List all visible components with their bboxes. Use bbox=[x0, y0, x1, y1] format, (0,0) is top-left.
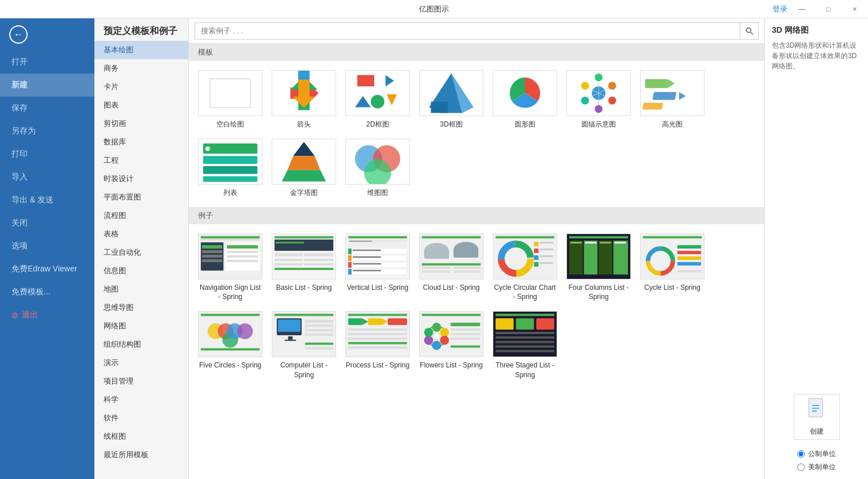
print-label: 打印 bbox=[12, 149, 28, 159]
svg-rect-157 bbox=[348, 328, 407, 331]
category-map[interactable]: 地图 bbox=[94, 280, 188, 298]
metric-unit-radio[interactable] bbox=[797, 450, 805, 458]
example-four-columns[interactable]: Four Columns List - Spring bbox=[566, 233, 631, 302]
svg-rect-128 bbox=[677, 262, 701, 265]
svg-rect-47 bbox=[201, 236, 260, 238]
svg-rect-7 bbox=[357, 75, 374, 87]
example-basic-list[interactable]: Basic List - Spring bbox=[272, 233, 336, 302]
example-flowers-list[interactable]: Flowers List - Spring bbox=[419, 311, 484, 380]
category-org[interactable]: 组织结构图 bbox=[94, 335, 188, 354]
template-pyramid[interactable]: 金字塔图 bbox=[272, 139, 336, 198]
category-floorplan[interactable]: 平面布置图 bbox=[94, 188, 188, 206]
category-clipart[interactable]: 剪切画 bbox=[94, 114, 188, 133]
minimize-button[interactable]: — bbox=[789, 0, 815, 18]
category-flowchart[interactable]: 流程图 bbox=[94, 206, 188, 225]
sidebar-item-options[interactable]: 选项 bbox=[0, 235, 94, 258]
sidebar-item-exit[interactable]: ⊘ 退出 bbox=[0, 304, 94, 327]
example-five-circles[interactable]: Five Circles - Spring bbox=[198, 311, 262, 380]
close-button[interactable]: × bbox=[842, 0, 868, 18]
example-process-list-label: Process List - Spring bbox=[346, 361, 410, 370]
template-pyramid-label: 金字塔图 bbox=[290, 188, 318, 198]
category-basic[interactable]: 基本绘图 bbox=[94, 41, 188, 59]
template-list[interactable]: 列表 bbox=[198, 139, 262, 198]
sidebar-item-free-templates[interactable]: 免费模板... bbox=[0, 281, 94, 304]
sidebar-item-open[interactable]: 打开 bbox=[0, 51, 94, 74]
svg-rect-73 bbox=[349, 240, 372, 242]
example-vertical-list[interactable]: Vertical List - Spring bbox=[345, 233, 410, 302]
imperial-unit-radio[interactable] bbox=[797, 463, 805, 471]
examples-section-header: 例子 bbox=[189, 207, 764, 224]
example-cycle-list-label: Cycle List - Spring bbox=[644, 283, 700, 293]
category-infographic[interactable]: 信息图 bbox=[94, 262, 188, 280]
category-database[interactable]: 数据库 bbox=[94, 133, 188, 151]
category-presentation[interactable]: 演示 bbox=[94, 354, 188, 372]
sidebar-item-new[interactable]: 新建 bbox=[0, 74, 94, 97]
category-engineering[interactable]: 工程 bbox=[94, 151, 188, 170]
svg-rect-175 bbox=[451, 338, 480, 340]
create-icon bbox=[806, 397, 827, 424]
svg-rect-80 bbox=[348, 262, 407, 267]
search-button[interactable] bbox=[740, 22, 759, 40]
svg-rect-172 bbox=[451, 323, 480, 327]
category-recent[interactable]: 最近所用模板 bbox=[94, 446, 188, 464]
search-icon bbox=[745, 27, 753, 35]
template-circle[interactable]: 圆形图 bbox=[493, 70, 557, 129]
category-chart[interactable]: 图表 bbox=[94, 96, 188, 114]
templates-scroll[interactable]: 模板 空白绘图 bbox=[189, 44, 764, 479]
category-software[interactable]: 软件 bbox=[94, 409, 188, 427]
template-blank[interactable]: 空白绘图 bbox=[198, 70, 262, 129]
template-venn[interactable]: 维图图 bbox=[345, 139, 410, 198]
maximize-button[interactable]: □ bbox=[815, 0, 842, 18]
category-science[interactable]: 科学 bbox=[94, 390, 188, 409]
template-radial[interactable]: 圆辐示意图 bbox=[566, 70, 631, 129]
svg-rect-81 bbox=[348, 262, 352, 267]
svg-marker-39 bbox=[293, 141, 314, 156]
options-label: 选项 bbox=[12, 241, 28, 251]
example-cloud-list-thumb bbox=[419, 233, 484, 279]
category-business[interactable]: 商务 bbox=[94, 59, 188, 78]
template-arrow-thumb bbox=[272, 70, 336, 116]
svg-rect-31 bbox=[652, 92, 676, 100]
svg-rect-184 bbox=[496, 341, 554, 343]
sidebar-item-saveas[interactable]: 另存为 bbox=[0, 120, 94, 143]
back-button[interactable]: ← bbox=[0, 18, 94, 51]
login-button[interactable]: 登录 bbox=[772, 0, 787, 18]
sidebar-item-close[interactable]: 关闭 bbox=[0, 212, 94, 235]
template-highlight[interactable]: 高光图 bbox=[640, 70, 705, 129]
metric-unit-option[interactable]: 公制单位 bbox=[797, 449, 836, 459]
example-computer-list[interactable]: Computer List - Spring bbox=[272, 311, 336, 380]
category-pm[interactable]: 项目管理 bbox=[94, 372, 188, 390]
category-wireframe[interactable]: 线框图 bbox=[94, 427, 188, 446]
example-three-staged[interactable]: Three Staged List - Spring bbox=[493, 311, 557, 380]
search-input[interactable] bbox=[195, 22, 740, 40]
sidebar-item-print[interactable]: 打印 bbox=[0, 143, 94, 166]
imperial-unit-option[interactable]: 美制单位 bbox=[797, 462, 836, 472]
create-button[interactable]: 创建 bbox=[794, 394, 840, 440]
category-fashion[interactable]: 时装设计 bbox=[94, 170, 188, 188]
svg-rect-186 bbox=[496, 350, 554, 352]
sidebar-item-viewer[interactable]: 免费Edraw Viewer bbox=[0, 258, 94, 281]
example-cloud-list-label: Cloud List - Spring bbox=[423, 283, 480, 293]
category-mindmap[interactable]: 思维导图 bbox=[94, 298, 188, 317]
svg-rect-107 bbox=[540, 248, 554, 250]
template-arrow[interactable]: 箭头 bbox=[272, 70, 336, 129]
svg-rect-178 bbox=[496, 314, 554, 316]
sidebar-item-export[interactable]: 导出 & 发送 bbox=[0, 189, 94, 212]
svg-rect-110 bbox=[534, 262, 539, 266]
example-vertical-list-thumb bbox=[345, 233, 410, 279]
category-card[interactable]: 卡片 bbox=[94, 78, 188, 96]
sidebar-item-import[interactable]: 导入 bbox=[0, 166, 94, 189]
template-3dframe[interactable]: 3D框图 bbox=[419, 70, 484, 129]
svg-rect-52 bbox=[202, 259, 222, 262]
example-basic-list-thumb bbox=[272, 233, 336, 279]
example-process-list[interactable]: Process List - Spring bbox=[345, 311, 410, 380]
example-cloud-list[interactable]: Cloud List - Spring bbox=[419, 233, 484, 302]
example-cycle-list[interactable]: Cycle List - Spring bbox=[640, 233, 705, 302]
example-nav-sign-list[interactable]: Navigation Sign List - Spring bbox=[198, 233, 262, 302]
example-cycle-circular[interactable]: Cycle Circular Chart - Spring bbox=[493, 233, 557, 302]
sidebar-item-save[interactable]: 保存 bbox=[0, 97, 94, 120]
template-2dframe[interactable]: 2D框图 bbox=[345, 70, 410, 129]
category-network[interactable]: 网络图 bbox=[94, 317, 188, 335]
category-table[interactable]: 表格 bbox=[94, 225, 188, 243]
category-industrial[interactable]: 工业自动化 bbox=[94, 243, 188, 262]
